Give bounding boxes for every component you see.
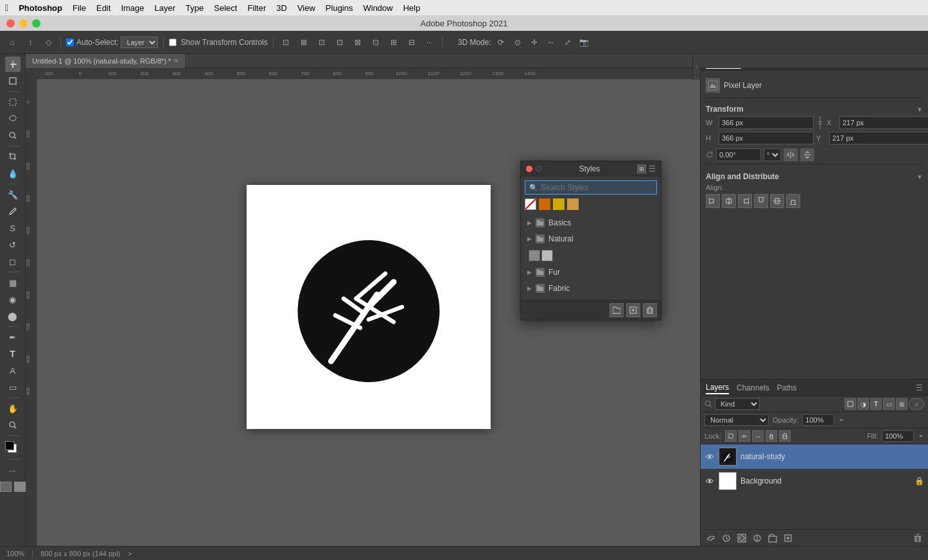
align-center-v[interactable]	[770, 194, 784, 208]
swatch-tan[interactable]	[567, 198, 579, 210]
swatch-yellow[interactable]	[553, 198, 565, 210]
move-tool-options[interactable]: ↕	[23, 35, 37, 49]
3d-slide[interactable]: ↔	[544, 35, 558, 49]
align-right[interactable]	[738, 194, 752, 208]
layers-panel-menu[interactable]: ☰	[916, 383, 923, 392]
swatch-no-style[interactable]	[525, 198, 536, 210]
tool-preset-1[interactable]	[0, 482, 12, 492]
new-group-button[interactable]	[766, 532, 779, 545]
shape-tool[interactable]: ▭	[5, 380, 21, 395]
clone-stamp[interactable]: S	[5, 220, 21, 236]
distribute-h[interactable]: ⊞	[387, 35, 401, 49]
3d-pan[interactable]: ✛	[527, 35, 541, 49]
styles-search-input[interactable]	[541, 183, 652, 192]
align-section-header[interactable]: Align and Distribute ▼	[706, 168, 923, 184]
styles-group-fabric[interactable]: ▶ Fabric	[525, 281, 657, 296]
lock-all[interactable]	[779, 430, 791, 442]
home-button[interactable]: ⌂	[5, 35, 19, 49]
styles-expand-btn[interactable]: ⊞	[637, 164, 646, 173]
align-left[interactable]	[706, 194, 720, 208]
menu-select[interactable]: Select	[214, 3, 237, 13]
lock-position[interactable]	[766, 430, 777, 442]
tab-close-button[interactable]: ✕	[173, 57, 179, 64]
filter-pixel[interactable]	[845, 398, 856, 410]
move-tool[interactable]	[5, 57, 21, 72]
transform-section-header[interactable]: Transform ▼	[706, 101, 923, 116]
layer-visibility-toggle[interactable]	[705, 476, 715, 486]
align-bottom-edge[interactable]: ⊡	[369, 35, 383, 49]
filter-smart[interactable]: ⊞	[896, 398, 907, 410]
lock-transparent[interactable]	[725, 430, 737, 442]
link-icon[interactable]	[816, 116, 824, 129]
swatch-orange[interactable]	[539, 198, 550, 210]
minimize-button[interactable]	[19, 19, 28, 28]
align-bottom[interactable]	[786, 194, 800, 208]
filter-shape[interactable]: ▭	[883, 398, 895, 410]
3d-rotate[interactable]: ⟳	[494, 35, 508, 49]
crop-tool[interactable]	[5, 149, 21, 164]
close-button[interactable]	[6, 19, 15, 28]
x-input[interactable]	[839, 116, 928, 129]
eyedropper-tool[interactable]: 💧	[5, 166, 21, 181]
more-tools[interactable]: ···	[5, 462, 21, 478]
tab-channels[interactable]: Channels	[737, 382, 769, 394]
layer-item[interactable]: natural-study	[701, 444, 928, 469]
menu-edit[interactable]: Edit	[96, 3, 110, 13]
width-input[interactable]	[719, 116, 814, 129]
tool-options-2[interactable]: ◇	[41, 35, 55, 49]
align-h-center[interactable]: ⊠	[297, 35, 311, 49]
gradient-tool[interactable]: ▦	[5, 275, 21, 290]
filter-type[interactable]: T	[870, 398, 882, 410]
styles-group-fur[interactable]: ▶ Fur	[525, 265, 657, 280]
document-tab[interactable]: Untitled-1 @ 100% (natural-study, RGB/8*…	[26, 54, 186, 68]
status-arrow[interactable]: >	[128, 550, 132, 557]
path-select[interactable]: A	[5, 363, 21, 378]
styles-group-basics[interactable]: ▶ Basics	[525, 215, 657, 231]
menu-help[interactable]: Help	[403, 3, 421, 13]
flip-h-button[interactable]	[784, 148, 798, 161]
rotate-input[interactable]	[716, 148, 761, 161]
lock-artboard[interactable]: ↔	[752, 430, 764, 442]
align-top-edge[interactable]: ⊡	[333, 35, 347, 49]
height-input[interactable]	[719, 132, 814, 144]
align-v-center[interactable]: ⊠	[351, 35, 365, 49]
panel-collapse-arrow[interactable]: ‹	[692, 54, 700, 80]
styles-menu-btn[interactable]: ☰	[649, 164, 656, 173]
layers-kind-filter[interactable]: Kind	[715, 398, 760, 410]
artboard-tool[interactable]	[5, 73, 21, 89]
style-swatch-2[interactable]	[541, 250, 553, 261]
more-options[interactable]: ···	[423, 35, 437, 49]
type-tool[interactable]: T	[5, 346, 21, 362]
lasso-tool[interactable]	[5, 111, 21, 127]
show-transform-checkbox[interactable]	[169, 39, 177, 46]
tab-layers[interactable]: Layers	[706, 381, 729, 394]
3d-camera[interactable]: 📷	[577, 35, 591, 49]
menu-type[interactable]: Type	[186, 3, 204, 13]
distribute-v[interactable]: ⊟	[405, 35, 419, 49]
autoselect-checkbox[interactable]	[66, 39, 74, 46]
menu-image[interactable]: Image	[121, 3, 144, 13]
foreground-background-colors[interactable]	[5, 441, 21, 457]
maximize-button[interactable]	[32, 19, 40, 28]
brush-tool[interactable]	[5, 204, 21, 219]
tab-paths[interactable]: Paths	[777, 382, 797, 394]
align-center-h[interactable]	[722, 194, 736, 208]
style-swatch-1[interactable]	[529, 250, 540, 261]
marquee-tool[interactable]	[5, 94, 21, 110]
quick-select-tool[interactable]	[5, 128, 21, 143]
layer-visibility-toggle[interactable]	[705, 451, 715, 462]
blur-tool[interactable]: ◉	[5, 292, 21, 307]
styles-search-box[interactable]: 🔍	[525, 180, 657, 195]
menu-file[interactable]: File	[73, 3, 86, 13]
lock-image[interactable]: ✏	[739, 430, 750, 442]
opacity-input[interactable]	[802, 414, 834, 426]
styles-delete-btn[interactable]	[643, 303, 657, 317]
menu-filter[interactable]: Filter	[247, 3, 266, 13]
styles-close-btn[interactable]	[526, 166, 532, 172]
new-layer-button[interactable]	[782, 532, 794, 545]
tool-preset-2[interactable]	[14, 482, 26, 492]
layer-item[interactable]: Background 🔒	[701, 469, 928, 493]
menu-3d[interactable]: 3D	[276, 3, 287, 13]
hand-tool[interactable]: ✋	[5, 401, 21, 416]
delete-layer-button[interactable]	[911, 532, 924, 545]
